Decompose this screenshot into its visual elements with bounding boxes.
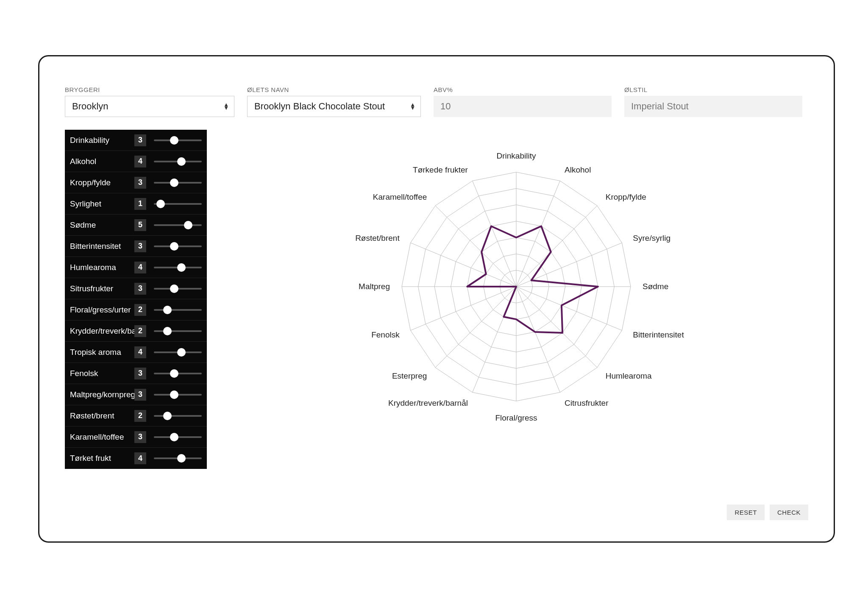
- slider-row: Humlearoma4: [65, 257, 207, 278]
- radar-axis-label: Fenolsk: [371, 330, 400, 339]
- slider-row: Alkohol4: [65, 151, 207, 172]
- slider-track[interactable]: [154, 203, 202, 205]
- slider-thumb[interactable]: [170, 136, 178, 145]
- beer-name-select[interactable]: Brooklyn Black Chocolate Stout ▲▼: [247, 96, 421, 117]
- slider-label: Alkohol: [70, 157, 134, 166]
- slider-thumb[interactable]: [163, 412, 172, 420]
- slider-label: Maltpreg/kornpreg: [70, 390, 134, 399]
- slider-thumb[interactable]: [184, 221, 192, 229]
- slider-label: Syrlighet: [70, 199, 134, 209]
- style-label: ØLSTIL: [624, 86, 802, 93]
- slider-label: Krydder/treverk/barnål: [70, 326, 134, 336]
- slider-track[interactable]: [154, 267, 202, 268]
- slider-track[interactable]: [154, 351, 202, 353]
- slider-thumb[interactable]: [177, 157, 186, 166]
- slider-row: Fenolsk3: [65, 363, 207, 384]
- slider-row: Floral/gress/urter2: [65, 299, 207, 321]
- abv-input[interactable]: 10: [434, 96, 612, 117]
- radar-axis-label: Kropp/fylde: [605, 192, 646, 201]
- slider-row: Tropisk aroma4: [65, 342, 207, 363]
- check-button[interactable]: CHECK: [770, 505, 808, 520]
- svg-line-2: [516, 206, 597, 287]
- radar-axis-label: Røstet/brent: [355, 234, 400, 243]
- slider-track[interactable]: [154, 139, 202, 141]
- slider-track[interactable]: [154, 224, 202, 226]
- slider-row: Syrlighet1: [65, 193, 207, 215]
- slider-value-badge: 4: [134, 346, 146, 358]
- style-input[interactable]: Imperial Stout: [624, 96, 802, 117]
- slider-thumb[interactable]: [170, 433, 178, 441]
- slider-thumb[interactable]: [177, 454, 186, 463]
- slider-label: Drinkability: [70, 136, 134, 145]
- slider-track[interactable]: [154, 182, 202, 184]
- svg-line-14: [435, 206, 516, 287]
- slider-track[interactable]: [154, 161, 202, 162]
- chevron-updown-icon: ▲▼: [410, 103, 415, 110]
- slider-label: Kropp/fylde: [70, 178, 134, 187]
- slider-thumb[interactable]: [170, 284, 178, 293]
- slider-value-badge: 3: [134, 177, 146, 189]
- slider-row: Drinkability3: [65, 130, 207, 151]
- slider-label: Tørket frukt: [70, 454, 134, 463]
- slider-track[interactable]: [154, 373, 202, 374]
- slider-track[interactable]: [154, 309, 202, 311]
- radar-axis-label: Citrusfrukter: [565, 399, 609, 407]
- top-field-row: BRYGGERI Brooklyn ▲▼ ØLETS NAVN Brooklyn…: [65, 86, 808, 117]
- reset-button[interactable]: RESET: [727, 505, 765, 520]
- brewery-field-group: BRYGGERI Brooklyn ▲▼: [65, 86, 234, 117]
- app-frame: BRYGGERI Brooklyn ▲▼ ØLETS NAVN Brooklyn…: [38, 55, 835, 543]
- slider-row: Tørket frukt4: [65, 448, 207, 469]
- slider-thumb[interactable]: [156, 200, 165, 208]
- slider-row: Maltpreg/kornpreg3: [65, 384, 207, 405]
- slider-track[interactable]: [154, 457, 202, 459]
- radar-axis-label: Karamell/toffee: [373, 192, 426, 201]
- slider-track[interactable]: [154, 394, 202, 396]
- slider-value-badge: 2: [134, 410, 146, 422]
- slider-row: Sitrusfrukter3: [65, 278, 207, 299]
- slider-row: Bitterintensitet3: [65, 236, 207, 257]
- slider-thumb[interactable]: [163, 306, 172, 314]
- slider-thumb[interactable]: [170, 369, 178, 378]
- svg-line-5: [516, 287, 622, 330]
- slider-value-badge: 2: [134, 304, 146, 316]
- svg-line-7: [516, 287, 560, 392]
- slider-row: Sødme5: [65, 215, 207, 236]
- sliders-column: Drinkability3Alkohol4Kropp/fylde3Syrligh…: [65, 130, 207, 469]
- slider-label: Sitrusfrukter: [70, 284, 134, 293]
- slider-track[interactable]: [154, 415, 202, 417]
- slider-value-badge: 2: [134, 325, 146, 337]
- buttons-row: RESET CHECK: [727, 505, 808, 520]
- slider-track[interactable]: [154, 330, 202, 332]
- slider-value-badge: 3: [134, 240, 146, 252]
- slider-thumb[interactable]: [163, 327, 172, 335]
- abv-field-group: ABV% 10: [434, 86, 612, 117]
- slider-thumb[interactable]: [170, 178, 178, 187]
- abv-value: 10: [440, 101, 451, 112]
- slider-thumb[interactable]: [177, 348, 186, 357]
- slider-value-badge: 3: [134, 431, 146, 443]
- brewery-select[interactable]: Brooklyn ▲▼: [65, 96, 234, 117]
- slider-thumb[interactable]: [170, 242, 178, 251]
- style-field-group: ØLSTIL Imperial Stout: [624, 86, 802, 117]
- slider-track[interactable]: [154, 436, 202, 438]
- radar-axis-label: Maltpreg: [359, 282, 390, 291]
- content-row: Drinkability3Alkohol4Kropp/fylde3Syrligh…: [65, 130, 808, 469]
- slider-row: Kropp/fylde3: [65, 172, 207, 193]
- slider-track[interactable]: [154, 245, 202, 247]
- slider-track[interactable]: [154, 288, 202, 290]
- slider-label: Bitterintensitet: [70, 242, 134, 251]
- svg-line-10: [435, 287, 516, 368]
- radar-axis-label: Alkohol: [565, 165, 591, 174]
- radar-axis-label: Krydder/treverk/barnål: [388, 399, 467, 407]
- brewery-label: BRYGGERI: [65, 86, 234, 93]
- slider-thumb[interactable]: [170, 390, 178, 399]
- slider-row: Røstet/brent2: [65, 405, 207, 427]
- slider-row: Krydder/treverk/barnål2: [65, 321, 207, 342]
- slider-value-badge: 4: [134, 452, 146, 464]
- slider-label: Floral/gress/urter: [70, 305, 134, 315]
- slider-value-badge: 3: [134, 389, 146, 401]
- radar-series-line: [467, 226, 598, 333]
- slider-value-badge: 4: [134, 262, 146, 273]
- slider-thumb[interactable]: [177, 263, 186, 272]
- svg-line-11: [410, 287, 516, 330]
